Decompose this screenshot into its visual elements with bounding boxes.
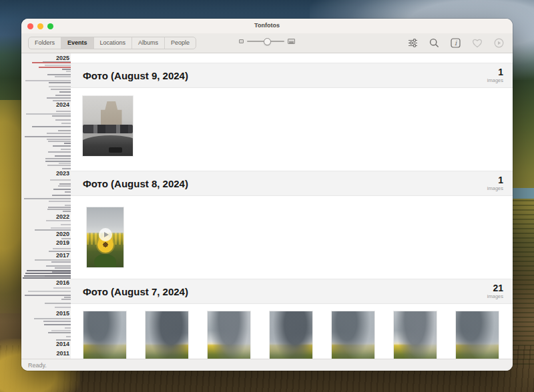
info-icon[interactable]: i [450, 37, 461, 49]
timeline-bar [32, 62, 71, 63]
timeline-bar [23, 277, 71, 279]
timeline-bar [28, 291, 71, 292]
timeline-bar [56, 339, 71, 341]
status-text: Ready. [28, 362, 47, 369]
tab-events[interactable]: Events [61, 37, 94, 49]
thumbnail-size-large-icon [288, 39, 295, 44]
timeline-year-label[interactable]: 2011 [56, 350, 69, 357]
timeline-bar [46, 265, 71, 267]
video-thumbnail[interactable] [87, 207, 123, 267]
dashboard-vent [109, 147, 122, 152]
timeline-year-label[interactable]: 2023 [56, 170, 69, 177]
event-count: 1 images [487, 67, 503, 83]
timeline-bar [59, 163, 71, 164]
search-icon[interactable] [429, 37, 440, 49]
timeline-bar [59, 91, 71, 93]
timeline-bar [44, 324, 71, 325]
timeline-year-label[interactable]: 2015 [56, 310, 69, 317]
tab-albums[interactable]: Albums [132, 37, 165, 49]
timeline-bar [66, 336, 71, 337]
timeline-bar [59, 183, 71, 185]
timeline-bar [65, 205, 71, 206]
timeline-year-label[interactable]: 2014 [56, 341, 69, 347]
timeline-bar [48, 332, 71, 333]
timeline-year-label[interactable]: 2017 [56, 252, 69, 259]
timeline-bar [53, 100, 71, 101]
timeline-bar [61, 123, 71, 124]
timeline-bar [48, 151, 71, 153]
photo-thumbnail[interactable] [208, 311, 250, 359]
timeline-bar [64, 297, 71, 298]
tab-people[interactable]: People [165, 37, 196, 49]
photo-thumbnail[interactable] [456, 311, 499, 359]
timeline-bar [25, 295, 71, 296]
toolbar-actions: i [407, 37, 505, 49]
tab-folders[interactable]: Folders [29, 37, 61, 49]
slideshow-icon[interactable] [493, 37, 505, 49]
timeline-year-label[interactable]: 2019 [56, 239, 69, 246]
photo-thumbnail[interactable] [332, 311, 374, 359]
timeline-bar [61, 224, 71, 225]
timeline-bar [64, 143, 71, 144]
filter-icon[interactable] [407, 37, 419, 49]
timeline-bar [53, 145, 71, 147]
timeline-bar [46, 220, 71, 221]
zoom-slider[interactable] [247, 41, 284, 42]
zoom-slider-knob[interactable] [264, 38, 271, 45]
timeline-bar [48, 141, 71, 142]
timeline-bar [63, 211, 71, 212]
timeline-bar [32, 126, 71, 127]
event-title: Фото (August 8, 2024) [83, 178, 487, 189]
timeline-bar [25, 80, 71, 81]
photo-thumbnail[interactable] [270, 311, 312, 359]
timeline-bar [53, 287, 71, 289]
timeline-bar [52, 115, 71, 117]
timeline-bar [35, 229, 71, 231]
toolbar: Folders Events Locations Albums People [21, 33, 513, 53]
car-dashboard [83, 135, 133, 156]
timeline-year-label[interactable]: 2022 [56, 213, 69, 220]
timeline-bar [27, 270, 71, 271]
traffic-cars [83, 125, 133, 133]
play-overlay-icon [99, 228, 112, 241]
sunflower-leaves [94, 254, 116, 267]
timeline-bar [24, 198, 71, 199]
event-section-header: Фото (August 8, 2024) 1 images [71, 171, 513, 196]
timeline-bar [49, 86, 71, 87]
timeline-bar [55, 119, 71, 121]
svg-text:i: i [455, 39, 457, 47]
tab-locations[interactable]: Locations [94, 37, 133, 49]
timeline-bar [43, 321, 71, 322]
timeline-bar [52, 195, 71, 196]
timeline-bar [58, 130, 71, 131]
photo-thumbnail[interactable] [83, 96, 133, 156]
timeline-year-label[interactable]: 2024 [56, 101, 69, 108]
event-count-number: 1 [487, 175, 503, 185]
timeline-bar [45, 158, 71, 159]
timeline-bar [25, 273, 71, 274]
event-count-unit: images [487, 78, 503, 83]
timeline-year-label[interactable]: 2020 [56, 231, 69, 237]
timeline-bar [51, 261, 71, 263]
photo-thumbnail[interactable] [146, 311, 188, 359]
event-count: 21 images [487, 283, 503, 299]
timeline-bar [55, 155, 71, 157]
timeline-year-label[interactable]: 2016 [56, 279, 69, 286]
cathedral [101, 101, 122, 125]
timeline-bar [34, 318, 71, 319]
thumbnail-size-control [239, 39, 295, 44]
timeline-bar [62, 69, 71, 70]
timeline-bar [47, 139, 71, 140]
view-tabs: Folders Events Locations Albums People [28, 37, 196, 49]
timeline-sidebar[interactable]: 2025202420232022202020192017201620152014… [21, 53, 71, 359]
timeline-bar [53, 248, 71, 249]
title-bar[interactable]: Tonfotos [21, 19, 513, 33]
timeline-year-label[interactable]: 2025 [56, 55, 69, 61]
timeline-bar [49, 201, 71, 202]
photo-thumbnail[interactable] [394, 311, 437, 359]
photo-thumbnail[interactable] [83, 311, 126, 359]
event-section-header: Фото (August 9, 2024) 1 images [71, 63, 513, 88]
timeline-bar [51, 330, 71, 331]
favorites-icon[interactable] [471, 37, 483, 49]
timeline-bar [25, 136, 71, 137]
